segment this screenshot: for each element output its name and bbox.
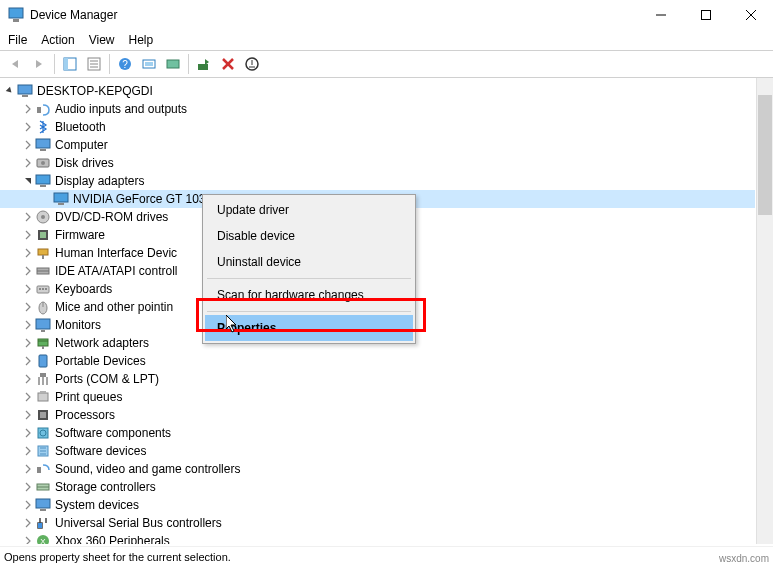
device-category-icon xyxy=(35,227,51,243)
expand-icon[interactable] xyxy=(22,301,34,313)
device-category-icon xyxy=(35,281,51,297)
svg-rect-7 xyxy=(64,58,68,70)
disable-tb-button[interactable] xyxy=(241,53,263,75)
tree-item-label: IDE ATA/ATAPI controll xyxy=(55,264,177,278)
tree-item[interactable]: Sound, video and game controllers xyxy=(0,460,755,478)
maximize-button[interactable] xyxy=(683,0,728,30)
expand-icon[interactable] xyxy=(22,139,34,151)
update-tb-button[interactable] xyxy=(162,53,184,75)
tree-item[interactable]: Universal Serial Bus controllers xyxy=(0,514,755,532)
expand-icon[interactable] xyxy=(22,409,34,421)
device-category-icon: X xyxy=(35,533,51,544)
tree-item-label: DVD/CD-ROM drives xyxy=(55,210,168,224)
expand-icon[interactable] xyxy=(22,157,34,169)
expand-icon[interactable] xyxy=(22,535,34,544)
scan-tb-button[interactable] xyxy=(138,53,160,75)
collapse-icon[interactable] xyxy=(4,85,16,97)
expand-icon[interactable] xyxy=(22,391,34,403)
tree-item-label: Mice and other pointin xyxy=(55,300,173,314)
expand-icon[interactable] xyxy=(22,355,34,367)
tree-item-label: Display adapters xyxy=(55,174,144,188)
ctx-disable-device[interactable]: Disable device xyxy=(205,223,413,249)
expand-icon[interactable] xyxy=(22,103,34,115)
tree-item[interactable]: Software components xyxy=(0,424,755,442)
show-hide-button[interactable] xyxy=(59,53,81,75)
tree-item[interactable]: System devices xyxy=(0,496,755,514)
ctx-uninstall-device[interactable]: Uninstall device xyxy=(205,249,413,275)
tree-item[interactable]: Audio inputs and outputs xyxy=(0,100,755,118)
tree-item[interactable]: Processors xyxy=(0,406,755,424)
tree-item-label: Network adapters xyxy=(55,336,149,350)
tree-item[interactable]: Storage controllers xyxy=(0,478,755,496)
expand-icon[interactable] xyxy=(22,121,34,133)
svg-rect-51 xyxy=(39,355,47,367)
expand-icon[interactable] xyxy=(22,481,34,493)
device-category-icon xyxy=(35,101,51,117)
svg-rect-48 xyxy=(38,339,48,346)
expand-icon[interactable] xyxy=(22,247,34,259)
tree-item-label: Software devices xyxy=(55,444,146,458)
device-category-icon xyxy=(35,245,51,261)
minimize-button[interactable] xyxy=(638,0,683,30)
close-button[interactable] xyxy=(728,0,773,30)
svg-rect-17 xyxy=(198,64,208,70)
tree-item-label: Firmware xyxy=(55,228,105,242)
ctx-properties[interactable]: Properties xyxy=(205,315,413,341)
uninstall-tb-button[interactable] xyxy=(217,53,239,75)
expand-icon[interactable] xyxy=(22,463,34,475)
svg-rect-46 xyxy=(36,319,50,329)
svg-rect-22 xyxy=(22,95,28,97)
tree-root[interactable]: DESKTOP-KEPQGDI xyxy=(0,82,755,100)
vertical-scrollbar[interactable] xyxy=(756,78,773,544)
tree-item[interactable]: Computer xyxy=(0,136,755,154)
expand-icon[interactable] xyxy=(22,211,34,223)
expand-icon[interactable] xyxy=(22,319,34,331)
device-category-icon xyxy=(35,353,51,369)
back-button[interactable] xyxy=(4,53,26,75)
device-category-icon xyxy=(35,425,51,441)
tree-item[interactable]: Bluetooth xyxy=(0,118,755,136)
svg-rect-15 xyxy=(145,62,153,66)
tree-item-label: Processors xyxy=(55,408,115,422)
menu-action[interactable]: Action xyxy=(41,33,74,47)
expand-icon[interactable] xyxy=(22,445,34,457)
svg-rect-23 xyxy=(37,107,41,113)
ctx-scan-hardware[interactable]: Scan for hardware changes xyxy=(205,282,413,308)
tree-item[interactable]: XXbox 360 Peripherals xyxy=(0,532,755,544)
expand-icon[interactable] xyxy=(22,337,34,349)
tree-item-label: Print queues xyxy=(55,390,122,404)
device-category-icon xyxy=(35,137,51,153)
expand-icon[interactable] xyxy=(22,517,34,529)
menu-view[interactable]: View xyxy=(89,33,115,47)
expand-icon[interactable] xyxy=(22,265,34,277)
svg-rect-35 xyxy=(40,232,46,238)
tree-item[interactable]: Software devices xyxy=(0,442,755,460)
tree-item[interactable]: Portable Devices xyxy=(0,352,755,370)
scroll-thumb[interactable] xyxy=(758,95,772,215)
help-tb-button[interactable]: ? xyxy=(114,53,136,75)
tree-item[interactable]: Display adapters xyxy=(0,172,755,190)
expand-icon[interactable] xyxy=(22,373,34,385)
svg-rect-56 xyxy=(40,412,46,418)
expand-icon[interactable] xyxy=(22,283,34,295)
properties-tb-button[interactable] xyxy=(83,53,105,75)
gpu-icon xyxy=(53,191,69,207)
svg-text:X: X xyxy=(40,537,46,544)
menu-help[interactable]: Help xyxy=(129,33,154,47)
expand-icon[interactable] xyxy=(22,229,34,241)
expand-icon[interactable] xyxy=(22,499,34,511)
expand-icon[interactable] xyxy=(22,175,34,187)
tree-item[interactable]: Ports (COM & LPT) xyxy=(0,370,755,388)
tree-item[interactable]: Print queues xyxy=(0,388,755,406)
enable-tb-button[interactable] xyxy=(193,53,215,75)
status-text: Opens property sheet for the current sel… xyxy=(4,551,231,563)
spacer xyxy=(40,193,52,205)
forward-button[interactable] xyxy=(28,53,50,75)
svg-rect-0 xyxy=(9,8,23,18)
menu-file[interactable]: File xyxy=(8,33,27,47)
expand-icon[interactable] xyxy=(22,427,34,439)
svg-rect-25 xyxy=(40,149,46,151)
tree-item[interactable]: Disk drives xyxy=(0,154,755,172)
tree-item-label: Software components xyxy=(55,426,171,440)
ctx-update-driver[interactable]: Update driver xyxy=(205,197,413,223)
